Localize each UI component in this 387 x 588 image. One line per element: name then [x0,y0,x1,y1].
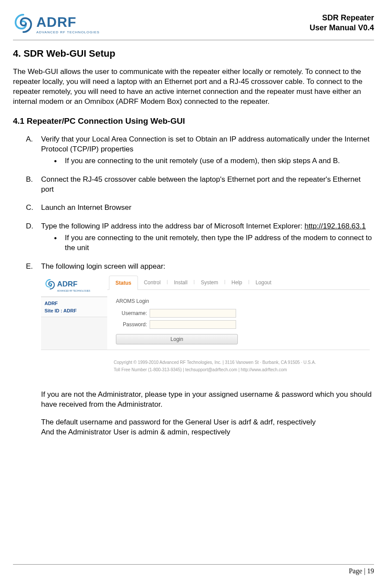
after-p1: If you are not the Administrator, please… [41,390,374,410]
login-button[interactable]: Login [116,334,238,344]
after-screenshot-text: If you are not the Administrator, please… [13,390,374,437]
header-title-line1: SDR Repeater [310,13,374,23]
step-c-text: Launch an Internet Browser [41,203,131,212]
step-e: E. The following login screen will appea… [26,262,374,381]
tab-logout[interactable]: Logout [249,276,278,289]
login-form-title: AROMS Login [116,298,361,305]
subsection-heading: 4.1 Repeater/PC Connection Using Web-GUI [13,116,374,126]
step-d-text-pre: Type the following IP address into the a… [41,222,304,230]
step-a-text: Verify that your Local Area Connection i… [41,135,369,153]
screenshot-logo-text: ADRF [57,280,90,289]
screenshot-site-line2: Site ID : ADRF [45,307,104,315]
screenshot-site-info: ADRF Site ID : ADRF [41,297,107,317]
section-title: 4. SDR Web-GUI Setup [13,48,374,59]
logo-block: ADRF ADVANCED RF TECHNOLOGIES [13,13,99,35]
steps-list: A. Verify that your Local Area Connectio… [13,135,374,382]
screenshot-footer-line2: Toll Free Number (1-800-313-9345) | tech… [114,366,361,373]
step-a: A. Verify that your Local Area Connectio… [26,135,374,166]
intro-paragraph: The Web-GUI allows the user to communica… [13,67,374,107]
tab-system[interactable]: System [195,276,224,289]
after-p2: The default username and password for th… [41,418,374,427]
header-divider [13,40,374,40]
screenshot-logo: ADRF ADVANCED RF TECHNOLOGIES [41,274,107,297]
step-d: D. Type the following IP address into th… [26,222,374,253]
screenshot-logo-sub: ADVANCED RF TECHNOLOGIES [57,289,90,292]
step-a-marker: A. [26,135,33,145]
step-d-marker: D. [26,222,33,231]
username-label: Username: [116,310,150,317]
tab-help[interactable]: Help [225,276,248,289]
step-b: B. Connect the RJ-45 crossover cable bet… [26,175,374,195]
step-e-marker: E. [26,262,33,272]
step-b-text: Connect the RJ-45 crossover cable betwee… [41,175,361,193]
screenshot-sidebar: ADRF ADVANCED RF TECHNOLOGIES ADRF Site … [41,274,107,350]
screenshot-footer: Copyright © 1999-2010 Advanced RF Techno… [41,350,370,381]
tab-status[interactable]: Status [109,276,138,290]
step-d-link: http://192.168.63.1 [304,222,366,230]
page-number: Page | 19 [13,567,374,575]
screenshot-footer-line1: Copyright © 1999-2010 Advanced RF Techno… [114,359,361,366]
screenshot-site-line1: ADRF [45,300,104,307]
screenshot-tabs: Status Control | Install | System | Help… [107,274,370,290]
password-input[interactable] [150,320,236,329]
tab-install[interactable]: Install [168,276,193,289]
logo-text-main: ADRF [36,14,99,30]
header-title: SDR Repeater User Manual V0.4 [310,13,374,33]
step-b-marker: B. [26,175,33,185]
step-d-sub: If you are connecting to the unit remote… [54,233,374,253]
login-screenshot: ADRF ADVANCED RF TECHNOLOGIES ADRF Site … [41,274,370,381]
after-p3: And the Administrator User is admin & ad… [41,427,374,437]
header-title-line2: User Manual V0.4 [310,23,374,33]
tab-control[interactable]: Control [138,276,167,289]
password-label: Password: [116,321,150,328]
adrf-swirl-icon [45,279,56,293]
adrf-swirl-icon [13,13,34,35]
step-a-sub: If you are connecting to the unit remote… [54,156,374,166]
step-c: C. Launch an Internet Browser [26,203,374,213]
step-c-marker: C. [26,203,33,213]
logo-text-sub: ADVANCED RF TECHNOLOGIES [36,30,99,34]
page-header: ADRF ADVANCED RF TECHNOLOGIES SDR Repeat… [13,13,374,35]
step-e-text: The following login screen will appear: [41,262,165,270]
username-input[interactable] [150,309,236,318]
footer-divider [13,564,374,565]
page-footer: Page | 19 [13,564,374,575]
